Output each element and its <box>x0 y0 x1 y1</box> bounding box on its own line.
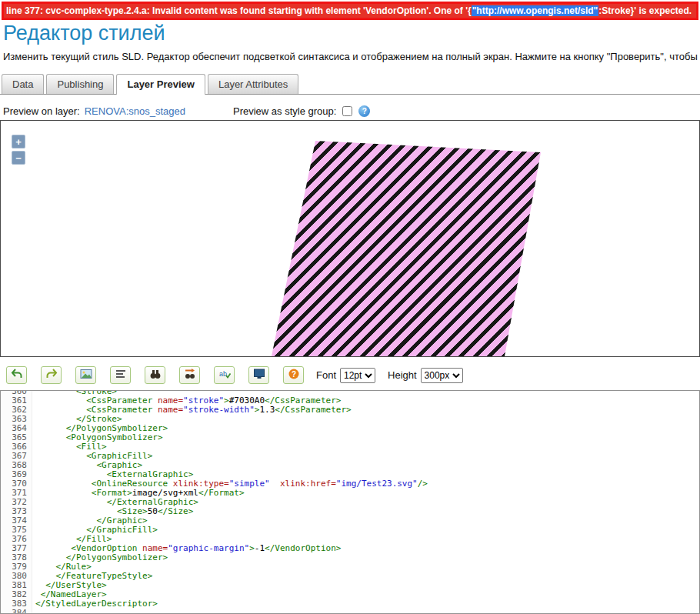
layer-link[interactable]: RENOVA:snos_staged <box>85 105 185 117</box>
code-content[interactable]: <Stroke> <CssParameter name="stroke">#70… <box>32 390 428 614</box>
editor-height-control: Height 300px <box>388 368 463 383</box>
help-icon: ? <box>288 368 300 382</box>
code-editor[interactable]: 3603613623633643653663673683693703713723… <box>0 390 700 614</box>
redo-icon <box>45 368 58 382</box>
line-numbers: 3603613623633643653663673683693703713723… <box>1 390 32 614</box>
svg-text:ab: ab <box>219 370 227 378</box>
help-icon[interactable]: ? <box>358 105 370 117</box>
reformat-icon <box>115 368 127 382</box>
find-button[interactable] <box>145 366 165 384</box>
preview-on-layer-label: Preview on layer: <box>3 105 80 117</box>
font-size-select[interactable]: 12pt <box>340 368 375 383</box>
spellcheck-button[interactable]: ab <box>214 366 235 384</box>
binoculars-icon <box>149 368 162 382</box>
tab-publishing[interactable]: Publishing <box>46 74 114 94</box>
code-line-383[interactable]: </StyledLayerDescriptor> <box>35 599 428 609</box>
code-editor-inner: 3603613623633643653663673683693703713723… <box>1 390 699 614</box>
error-highlighted-url: "http://www.opengis.net/sld" <box>472 5 599 16</box>
tabs: DataPublishingLayer PreviewLayer Attribu… <box>0 73 700 95</box>
map-preview[interactable]: + − <box>0 120 700 357</box>
reformat-button[interactable] <box>110 366 131 384</box>
zoom-out-button[interactable]: − <box>12 151 25 165</box>
spellcheck-icon: ab <box>218 368 231 382</box>
page-title: Редактор стилей <box>3 22 700 45</box>
image-icon <box>80 368 92 382</box>
validation-error-banner: line 377: cvc-complex-type.2.4.a: Invali… <box>2 2 698 20</box>
zoom-controls: + − <box>12 135 25 165</box>
svg-text:?: ? <box>291 370 295 379</box>
preview-as-group-label: Preview as style group: <box>233 105 336 117</box>
binoculars-replace-icon <box>184 368 196 382</box>
code-line-378[interactable]: </PolygonSymbolizer> <box>35 553 428 562</box>
undo-button[interactable] <box>6 366 27 384</box>
find-replace-button[interactable] <box>179 366 200 384</box>
redo-button[interactable] <box>41 366 62 384</box>
zoom-in-button[interactable]: + <box>12 135 25 148</box>
code-line-384[interactable] <box>35 609 428 614</box>
editor-toolbar: ab? Font 12pt Height 300px <box>0 357 700 390</box>
hatched-polygon-feature <box>1 121 699 356</box>
error-text-prefix: line 377: cvc-complex-type.2.4.a: Invali… <box>6 5 472 16</box>
help-button[interactable]: ? <box>283 366 304 384</box>
fullscreen-icon <box>253 368 265 382</box>
line-number: 384 <box>1 609 27 614</box>
editor-height-select[interactable]: 300px <box>421 368 463 383</box>
preview-controls: Preview on layer: RENOVA:snos_staged Pre… <box>3 105 700 117</box>
insert-image-button[interactable] <box>75 366 96 384</box>
style-editor-page: line 377: cvc-complex-type.2.4.a: Invali… <box>0 2 700 614</box>
undo-icon <box>11 368 23 382</box>
error-text-suffix: :Stroke}' is expected. <box>598 5 692 16</box>
font-label: Font <box>316 369 336 381</box>
tab-layer-attributes[interactable]: Layer Attributes <box>208 74 298 94</box>
fullscreen-button[interactable] <box>248 366 269 384</box>
height-label: Height <box>388 369 417 381</box>
style-group-checkbox[interactable] <box>342 106 352 116</box>
font-size-control: Font 12pt <box>316 368 375 383</box>
page-description: Изменить текущий стиль SLD. Редактор обе… <box>3 51 700 62</box>
tab-layer-preview[interactable]: Layer Preview <box>116 74 205 95</box>
tab-data[interactable]: Data <box>2 74 44 94</box>
editor-toolbar-buttons: ab? <box>6 366 304 384</box>
